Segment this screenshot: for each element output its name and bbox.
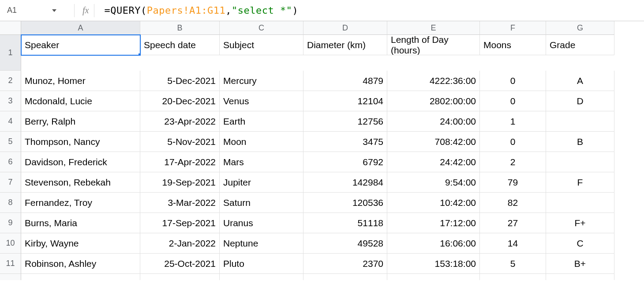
cell-A6[interactable]: Davidson, Frederick (21, 152, 140, 172)
chevron-down-icon[interactable] (52, 9, 56, 12)
name-box[interactable]: A1 (4, 6, 70, 15)
cell-E2[interactable]: 4222:36:00 (387, 71, 480, 91)
cell-G7[interactable]: F (546, 172, 614, 193)
cell-E11[interactable]: 153:18:00 (387, 254, 480, 274)
col-header-A[interactable]: A (21, 21, 140, 35)
cell-E7[interactable]: 9:54:00 (387, 172, 480, 193)
cell-G5[interactable]: B (546, 132, 614, 152)
cell-B10[interactable]: 2-Jan-2022 (140, 233, 220, 254)
cell-B2[interactable]: 5-Dec-2021 (140, 71, 220, 91)
cell-B11[interactable]: 25-Oct-2021 (140, 254, 220, 274)
cell-A9[interactable]: Burns, Maria (21, 213, 140, 233)
cell-D1[interactable]: Diameter (km) (303, 35, 387, 55)
cell-D6[interactable]: 6792 (303, 152, 387, 172)
row-header-9[interactable]: 9 (0, 213, 21, 233)
cell-C9[interactable]: Uranus (220, 213, 303, 233)
row-header-4[interactable]: 4 (0, 111, 21, 132)
cell-A1[interactable]: Speaker (21, 35, 140, 55)
formula-input[interactable]: =QUERY(Papers!A1:G11,"select *") (94, 5, 644, 16)
cell-D2[interactable]: 4879 (303, 71, 387, 91)
cell-E8[interactable]: 10:42:00 (387, 193, 480, 213)
cell-A11[interactable]: Robinson, Ashley (21, 254, 140, 274)
cell-F11[interactable]: 5 (480, 254, 546, 274)
row-header-6[interactable]: 6 (0, 152, 21, 172)
cell-B5[interactable]: 5-Nov-2021 (140, 132, 220, 152)
cell-F5[interactable]: 0 (480, 132, 546, 152)
cell-E1[interactable]: Length of Day (hours) (387, 35, 480, 55)
col-header-F[interactable]: F (480, 21, 546, 35)
cell-A8[interactable]: Fernandez, Troy (21, 193, 140, 213)
cell-F7[interactable]: 79 (480, 172, 546, 193)
cell-A4[interactable]: Berry, Ralph (21, 111, 140, 132)
row-header-7[interactable]: 7 (0, 172, 21, 193)
col-header-D[interactable]: D (303, 21, 387, 35)
cell-D3[interactable]: 12104 (303, 91, 387, 111)
cell-C11[interactable]: Pluto (220, 254, 303, 274)
cell-C1[interactable]: Subject (220, 35, 303, 55)
cell-G4[interactable] (546, 111, 614, 132)
cell-G8[interactable] (546, 193, 614, 213)
cell-F9[interactable]: 27 (480, 213, 546, 233)
row-header-3[interactable]: 3 (0, 91, 21, 111)
cell-D11[interactable]: 2370 (303, 254, 387, 274)
cell-F10[interactable]: 14 (480, 233, 546, 254)
row-header-2[interactable]: 2 (0, 71, 21, 91)
cell-C10[interactable]: Neptune (220, 233, 303, 254)
col-header-G[interactable]: G (546, 21, 614, 35)
cell-C2[interactable]: Mercury (220, 71, 303, 91)
cell-G9[interactable]: F+ (546, 213, 614, 233)
cell-B6[interactable]: 17-Apr-2022 (140, 152, 220, 172)
row-header-8[interactable]: 8 (0, 193, 21, 213)
cell-E3[interactable]: 2802:00:00 (387, 91, 480, 111)
row-header-1[interactable]: 1 (0, 35, 21, 71)
cell-B3[interactable]: 20-Dec-2021 (140, 91, 220, 111)
cell-B9[interactable]: 17-Sep-2021 (140, 213, 220, 233)
cell-F1[interactable]: Moons (480, 35, 546, 55)
cell-A7[interactable]: Stevenson, Rebekah (21, 172, 140, 193)
cell-C4[interactable]: Earth (220, 111, 303, 132)
cell-C8[interactable]: Saturn (220, 193, 303, 213)
cell-E5[interactable]: 708:42:00 (387, 132, 480, 152)
cell-D9[interactable]: 51118 (303, 213, 387, 233)
cell-D10[interactable]: 49528 (303, 233, 387, 254)
cell-G10[interactable]: C (546, 233, 614, 254)
select-all-corner[interactable] (0, 21, 21, 35)
cell-F6[interactable]: 2 (480, 152, 546, 172)
cell-G3[interactable]: D (546, 91, 614, 111)
cell-D8[interactable]: 120536 (303, 193, 387, 213)
cell-G11[interactable]: B+ (546, 254, 614, 274)
cell-C6[interactable]: Mars (220, 152, 303, 172)
cell-F2[interactable]: 0 (480, 71, 546, 91)
row-header-10[interactable]: 10 (0, 233, 21, 254)
cell-E6[interactable]: 24:42:00 (387, 152, 480, 172)
selection-handle[interactable] (138, 53, 140, 55)
cell-B8[interactable]: 3-Mar-2022 (140, 193, 220, 213)
cell-G6[interactable] (546, 152, 614, 172)
cell-G1[interactable]: Grade (546, 35, 614, 55)
cell-C5[interactable]: Moon (220, 132, 303, 152)
col-header-C[interactable]: C (220, 21, 303, 35)
cell-C3[interactable]: Venus (220, 91, 303, 111)
cell-C7[interactable]: Jupiter (220, 172, 303, 193)
col-header-B[interactable]: B (140, 21, 220, 35)
cell-A10[interactable]: Kirby, Wayne (21, 233, 140, 254)
cell-E10[interactable]: 16:06:00 (387, 233, 480, 254)
cell-F3[interactable]: 0 (480, 91, 546, 111)
cell-E4[interactable]: 24:00:00 (387, 111, 480, 132)
cell-G2[interactable]: A (546, 71, 614, 91)
cell-A3[interactable]: Mcdonald, Lucie (21, 91, 140, 111)
cell-D5[interactable]: 3475 (303, 132, 387, 152)
row-header-11[interactable]: 11 (0, 254, 21, 274)
row-header-5[interactable]: 5 (0, 132, 21, 152)
cell-F8[interactable]: 82 (480, 193, 546, 213)
cell-A2[interactable]: Munoz, Homer (21, 71, 140, 91)
cell-D7[interactable]: 142984 (303, 172, 387, 193)
cell-B1[interactable]: Speech date (140, 35, 220, 55)
cell-B7[interactable]: 19-Sep-2021 (140, 172, 220, 193)
cell-B4[interactable]: 23-Apr-2022 (140, 111, 220, 132)
cell-D4[interactable]: 12756 (303, 111, 387, 132)
cell-F4[interactable]: 1 (480, 111, 546, 132)
spreadsheet-grid[interactable]: A B C D E F G 1 Speaker Speech date Subj… (0, 21, 644, 280)
cell-E9[interactable]: 17:12:00 (387, 213, 480, 233)
col-header-E[interactable]: E (387, 21, 480, 35)
